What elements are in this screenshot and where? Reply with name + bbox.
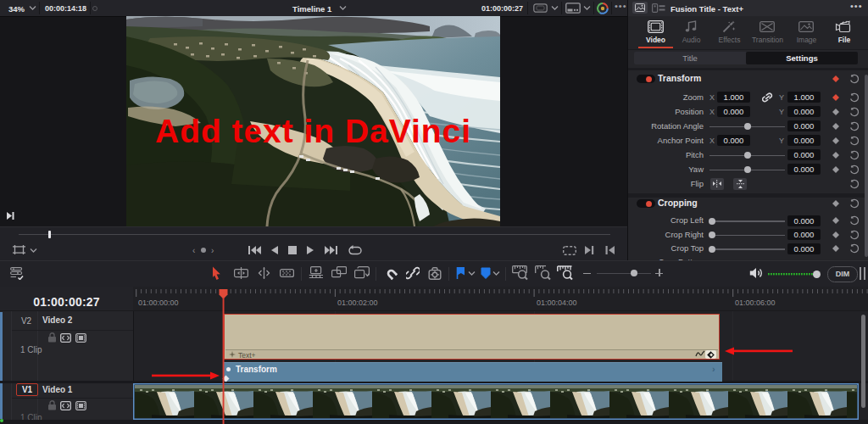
svg-text:Add text in DaVinci: Add text in DaVinci: [155, 113, 470, 149]
